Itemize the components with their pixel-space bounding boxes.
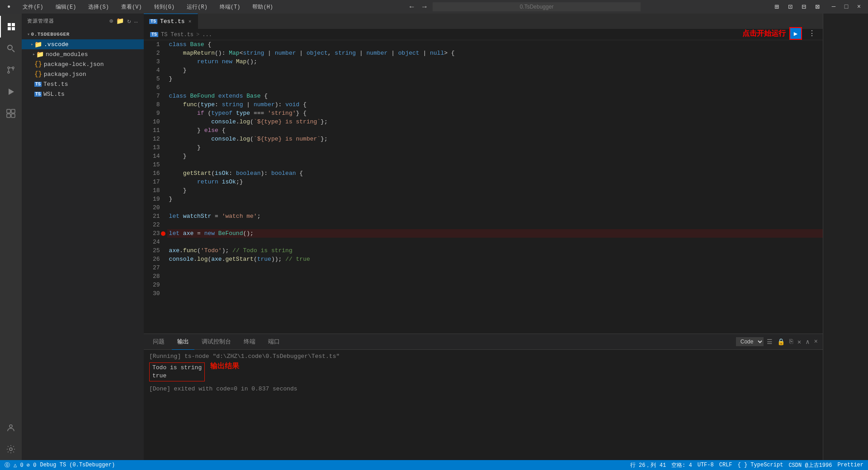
- sidebar-new-folder-icon[interactable]: 📁: [116, 17, 124, 25]
- code-line-9: if (typeof type === 'string'} {: [167, 109, 823, 118]
- status-language[interactable]: { } TypeScript: [738, 462, 783, 468]
- layout-icon-4[interactable]: ⊠: [811, 0, 824, 13]
- svg-rect-13: [11, 114, 15, 118]
- token: Base: [246, 92, 260, 100]
- panel-tab-output[interactable]: 输出: [172, 334, 194, 350]
- tab-close-button[interactable]: ×: [188, 18, 193, 25]
- svg-point-4: [8, 45, 12, 50]
- panel-list-icon[interactable]: ☰: [765, 337, 774, 347]
- window-maximize-button[interactable]: □: [842, 2, 851, 11]
- activity-account[interactable]: [0, 417, 22, 438]
- tree-root[interactable]: ▾ 0.TSDEBUGGER: [22, 29, 144, 39]
- token: object: [307, 49, 328, 57]
- activity-settings[interactable]: [0, 438, 22, 460]
- breadcrumb-file[interactable]: TS Test.ts: [161, 32, 193, 38]
- line-number-22: 22: [153, 221, 160, 229]
- panel-tab-problems[interactable]: 问题: [147, 334, 170, 350]
- code-editor[interactable]: 1234567891011121314151617181920212223242…: [144, 40, 823, 334]
- panel-chevron-up-icon[interactable]: ∧: [804, 337, 811, 347]
- panel-close-icon[interactable]: ×: [813, 337, 819, 347]
- activity-extensions[interactable]: [0, 103, 22, 124]
- menu-goto[interactable]: 转到(G): [151, 2, 178, 12]
- activity-run-debug[interactable]: [0, 81, 22, 103]
- token: `${type} is number`: [254, 135, 321, 143]
- menu-terminal[interactable]: 终端(T): [217, 2, 243, 12]
- title-bar-center: ← →: [406, 2, 641, 12]
- line-number-9: 9: [153, 109, 160, 118]
- tree-item-node-modules[interactable]: ▸ 📁 node_modules: [22, 49, 144, 59]
- token: [179, 212, 183, 221]
- line-number-30: 30: [153, 289, 160, 298]
- sidebar-refresh-icon[interactable]: ↻: [127, 17, 131, 25]
- sidebar-collapse-icon[interactable]: …: [134, 17, 138, 25]
- tree-item-vscode[interactable]: ▸ 📁 .vscode: [22, 39, 144, 49]
- sidebar-new-file-icon[interactable]: ⊕: [109, 17, 113, 25]
- line-number-13: 13: [153, 143, 160, 152]
- panel-tab-terminal[interactable]: 终端: [238, 334, 261, 350]
- status-csdn[interactable]: CSDN @上古1996: [788, 461, 832, 469]
- nav-back[interactable]: ←: [406, 2, 418, 12]
- title-bar-right: ⊞ ⊡ ⊟ ⊠ ─ □ ×: [770, 0, 863, 13]
- token: }: [169, 66, 187, 75]
- window-close-button[interactable]: ×: [854, 2, 863, 11]
- tab-test-ts[interactable]: TS Test.ts ×: [144, 14, 198, 29]
- tree-item-test-ts[interactable]: TS Test.ts: [22, 79, 144, 89]
- svg-point-15: [9, 448, 12, 451]
- status-encoding[interactable]: UTF-8: [698, 462, 714, 468]
- token: };: [321, 118, 328, 126]
- panel-tab-debug-console[interactable]: 调试控制台: [196, 334, 236, 350]
- token: .: [236, 135, 240, 143]
- panel-clear-icon[interactable]: ✕: [796, 337, 802, 347]
- activity-source-control[interactable]: [0, 59, 22, 81]
- token: }: [169, 75, 173, 83]
- layout-icon-3[interactable]: ⊟: [797, 0, 810, 13]
- token: [232, 109, 236, 118]
- panel-tabs: 问题 输出 调试控制台 终端 端口 Code ☰ 🔒 ⎘: [144, 334, 823, 350]
- menu-select[interactable]: 选择(S): [85, 2, 112, 12]
- start-run-button[interactable]: ▶: [789, 27, 802, 40]
- token: {: [299, 100, 307, 109]
- status-debug[interactable]: Debug TS (0.TsDebugger): [40, 462, 115, 468]
- svg-point-6: [8, 67, 9, 69]
- panel-tab-ports[interactable]: 端口: [263, 334, 285, 350]
- code-line-4: }: [167, 66, 823, 75]
- menu-run[interactable]: 运行(R): [184, 2, 210, 12]
- line-number-29: 29: [153, 281, 160, 289]
- status-errors[interactable]: △ 0 ⊘ 0: [14, 462, 36, 469]
- activity-explorer[interactable]: [0, 16, 22, 38]
- tree-item-package-json[interactable]: {} package.json: [22, 69, 144, 79]
- activity-search[interactable]: [0, 38, 22, 59]
- code-line-8: func(type: string | number): void {: [167, 100, 823, 109]
- panel-lock-icon[interactable]: 🔒: [776, 337, 786, 347]
- breadcrumb-rest[interactable]: ...: [202, 32, 212, 38]
- status-line-col[interactable]: 行 26，列 41: [630, 461, 666, 469]
- token: new: [222, 57, 232, 66]
- nav-forward[interactable]: →: [418, 2, 431, 12]
- layout-icon-2[interactable]: ⊡: [784, 0, 797, 13]
- test-ts-icon: TS: [34, 82, 42, 87]
- layout-icon-1[interactable]: ⊞: [770, 0, 783, 13]
- status-prettier[interactable]: Prettier: [837, 462, 863, 468]
- token: [243, 92, 246, 100]
- tree-item-package-lock[interactable]: {} package-lock.json: [22, 59, 144, 69]
- panel-copy-icon[interactable]: ⎘: [788, 337, 794, 347]
- menu-file[interactable]: 文件(F): [20, 2, 46, 12]
- menu-view[interactable]: 查看(V): [118, 2, 145, 12]
- global-search-input[interactable]: [433, 2, 641, 11]
- menu-help[interactable]: 帮助(H): [250, 2, 276, 12]
- code-line-7: class BeFound extends Base {: [167, 92, 823, 100]
- panel-output-select[interactable]: Code: [736, 337, 764, 346]
- tree-item-wsl-ts[interactable]: TS WSL.ts: [22, 89, 144, 99]
- window-minimize-button[interactable]: ─: [829, 2, 838, 11]
- sidebar-tree: ▾ 0.TSDEBUGGER ▸ 📁 .vscode ▸ 📁 node_modu…: [22, 28, 144, 460]
- status-eol[interactable]: CRLF: [719, 462, 732, 468]
- panel-area: 问题 输出 调试控制台 终端 端口 Code ☰ 🔒 ⎘: [144, 334, 823, 460]
- status-remote[interactable]: ⓪: [5, 461, 10, 469]
- token: );: [222, 246, 232, 255]
- token: [169, 135, 212, 143]
- tree-item-node-modules-label: node_modules: [46, 51, 88, 58]
- token: func: [183, 100, 197, 109]
- status-spaces[interactable]: 空格: 4: [671, 461, 692, 469]
- menu-edit[interactable]: 编辑(E): [53, 2, 79, 12]
- code-content[interactable]: class Base { mapReturn(): Map<string | n…: [165, 40, 823, 334]
